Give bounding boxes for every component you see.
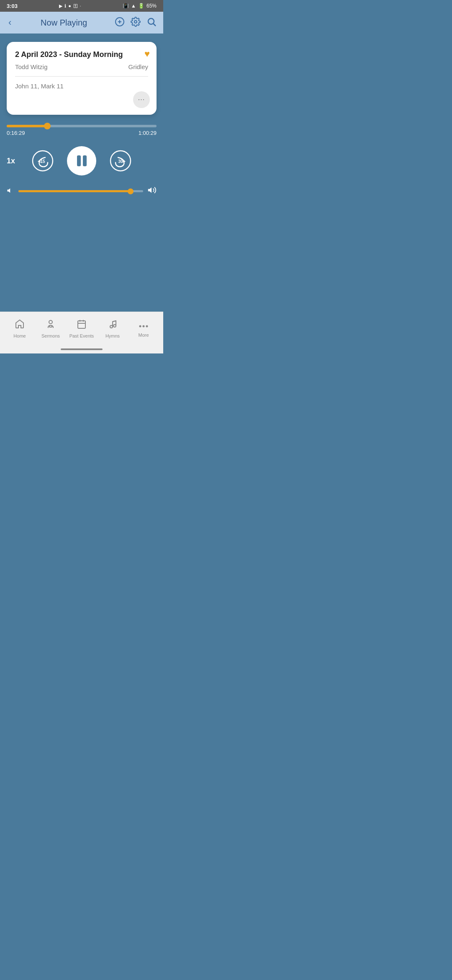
hymns-label: Hymns xyxy=(105,333,120,338)
main-content: ♥ 2 April 2023 - Sunday Morning Todd Wit… xyxy=(0,34,163,312)
nav-item-past-events[interactable]: Past Events xyxy=(66,319,97,338)
status-time: 3:03 xyxy=(7,3,18,9)
svg-point-24 xyxy=(143,325,145,327)
rewind-button[interactable]: 15 xyxy=(32,150,54,172)
progress-thumb xyxy=(44,123,51,129)
controls-section: 1x 15 30 xyxy=(7,146,157,175)
home-indicator xyxy=(0,345,163,353)
vibrate-icon: 📳 xyxy=(123,3,129,9)
dot-indicator: · xyxy=(80,3,81,8)
info-indicator: ℹ xyxy=(64,3,66,9)
svg-point-25 xyxy=(146,325,148,327)
progress-times: 0:16:29 1:00:29 xyxy=(7,130,157,136)
add-comment-button[interactable] xyxy=(115,17,125,29)
back-button[interactable]: ‹ xyxy=(7,15,13,30)
volume-bar[interactable] xyxy=(18,190,143,192)
sermons-label: Sermons xyxy=(41,333,60,338)
nav-item-hymns[interactable]: Hymns xyxy=(97,319,128,338)
past-events-label: Past Events xyxy=(69,333,94,338)
past-events-icon xyxy=(77,319,87,332)
playback-speed-button[interactable]: 1x xyxy=(7,157,15,165)
card-more-button[interactable]: ··· xyxy=(133,91,150,108)
bottom-nav: Home Sermons Past Events xyxy=(0,312,163,345)
svg-point-23 xyxy=(139,325,141,327)
nav-icons-group xyxy=(115,17,157,29)
volume-fill xyxy=(18,190,131,192)
total-time: 1:00:29 xyxy=(139,130,157,136)
svg-line-5 xyxy=(154,23,156,26)
volume-low-icon xyxy=(7,187,14,196)
svg-text:30: 30 xyxy=(118,159,123,164)
status-left-icons: ▶ ℹ ● ⚿ · xyxy=(59,3,81,9)
card-scripture: John 11, Mark 11 xyxy=(15,83,148,90)
card-location: Gridley xyxy=(128,63,148,70)
battery-icon: 🔋 xyxy=(138,3,144,9)
card-title: 2 April 2023 - Sunday Morning xyxy=(15,50,148,59)
svg-text:15: 15 xyxy=(40,159,45,164)
volume-section xyxy=(7,186,157,197)
nav-item-home[interactable]: Home xyxy=(4,319,35,338)
search-button[interactable] xyxy=(146,17,157,29)
key-indicator: ⚿ xyxy=(73,3,78,8)
status-bar: 3:03 ▶ ℹ ● ⚿ · 📳 ▲ 🔋 65% xyxy=(0,0,163,12)
svg-point-14 xyxy=(49,320,52,324)
nav-bar: ‹ Now Playing xyxy=(0,12,163,34)
svg-rect-15 xyxy=(49,325,52,327)
record-indicator: ● xyxy=(68,3,71,8)
svg-marker-13 xyxy=(148,188,152,193)
pause-bar-left xyxy=(77,155,81,166)
svg-line-22 xyxy=(113,321,116,322)
svg-point-4 xyxy=(148,18,154,24)
card-meta: Todd Witzig Gridley xyxy=(15,63,148,77)
more-icon xyxy=(139,320,149,331)
battery-percent: 65% xyxy=(146,3,157,9)
sermons-icon xyxy=(46,319,56,332)
home-icon xyxy=(15,319,25,332)
svg-marker-12 xyxy=(8,188,10,193)
progress-section: 0:16:29 1:00:29 xyxy=(7,125,157,136)
progress-fill xyxy=(7,125,47,127)
home-label: Home xyxy=(13,333,26,338)
volume-thumb xyxy=(128,188,134,194)
more-label: More xyxy=(138,333,149,338)
hymns-icon xyxy=(108,319,118,332)
svg-rect-16 xyxy=(78,321,85,328)
status-right-icons: 📳 ▲ 🔋 65% xyxy=(123,3,157,9)
settings-button[interactable] xyxy=(131,17,141,29)
heart-button[interactable]: ♥ xyxy=(144,49,150,59)
play-indicator: ▶ xyxy=(59,3,62,9)
nav-title: Now Playing xyxy=(41,18,87,28)
pause-button[interactable] xyxy=(67,146,96,175)
wifi-icon: ▲ xyxy=(131,3,136,9)
current-time: 0:16:29 xyxy=(7,130,25,136)
nav-item-sermons[interactable]: Sermons xyxy=(35,319,66,338)
sermon-card: ♥ 2 April 2023 - Sunday Morning Todd Wit… xyxy=(7,42,157,115)
forward-button[interactable]: 30 xyxy=(110,150,131,172)
nav-item-more[interactable]: More xyxy=(128,320,159,338)
progress-bar[interactable] xyxy=(7,125,157,127)
home-indicator-bar xyxy=(61,348,103,350)
svg-point-3 xyxy=(134,21,137,23)
volume-high-icon xyxy=(147,186,157,197)
card-author: Todd Witzig xyxy=(15,63,48,70)
pause-bar-right xyxy=(83,155,87,166)
